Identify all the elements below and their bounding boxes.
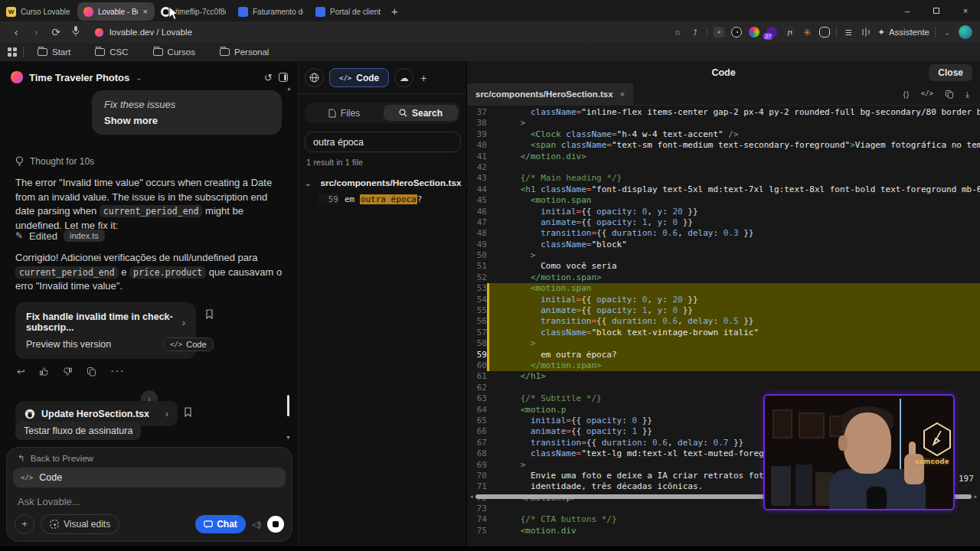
mode-code-row[interactable]: </> Code [13, 468, 286, 487]
retry-icon[interactable]: ↩ [17, 366, 25, 377]
prompt-placeholder[interactable]: Ask Lovable... [7, 487, 292, 507]
browser-tab-2-active[interactable]: Lovable - Build for the w × [77, 2, 155, 21]
inline-code-chip: price.product [129, 266, 206, 279]
reload-button[interactable]: ⟳ [47, 26, 64, 38]
chevron-down-icon[interactable]: ⌄ [941, 26, 953, 38]
code-view-toggle[interactable]: </> Code [329, 68, 389, 87]
scroll-down-arrow[interactable]: ▼ [286, 435, 291, 440]
preview-globe-button[interactable] [305, 68, 324, 87]
bookmark-folder-cursos[interactable]: Cursos [142, 47, 206, 57]
tab-close-icon[interactable]: × [142, 7, 149, 16]
tab-files[interactable]: Files [307, 105, 381, 121]
add-view-button[interactable]: + [420, 72, 426, 84]
bookmark-icon[interactable] [205, 309, 214, 321]
tab-close-icon[interactable]: × [620, 90, 626, 99]
line-number: 54 [467, 295, 487, 305]
preview-panel-icon[interactable] [279, 73, 288, 82]
color-wheel-extension-icon[interactable] [748, 26, 760, 38]
window-controls: – × [893, 0, 980, 21]
source-control-icon[interactable]: ⟨⟩ [903, 90, 910, 99]
browser-tab-5[interactable]: Portal de clientes – Área restr [309, 2, 387, 21]
user-message-bubble: Fix these issues Show more [92, 90, 282, 135]
line-number: 65 [467, 416, 487, 426]
editor-file-tab[interactable]: src/components/HeroSection.tsx × [467, 83, 633, 106]
scroll-up-arrow[interactable]: ▲ [286, 86, 292, 91]
more-options-icon[interactable]: ··· [110, 364, 125, 378]
address-text: lovable.dev / Lovable [109, 28, 192, 37]
user-message-line1: Fix these issues [104, 99, 270, 110]
scroll-left-arrow[interactable]: ◂ [470, 494, 473, 500]
reading-list-icon[interactable]: ☰ [842, 26, 854, 38]
bookmark-folder-csc[interactable]: CSC [84, 47, 139, 57]
visual-edits-button[interactable]: Visual edits [41, 514, 119, 534]
maximize-button[interactable] [922, 0, 951, 21]
mic-icon[interactable] [67, 26, 84, 38]
new-tab-button[interactable]: + [391, 5, 398, 18]
user-message-show-more[interactable]: Show more [104, 115, 270, 126]
back-to-preview-button[interactable]: ↰ Back to Preview [7, 448, 292, 468]
thumbs-up-icon[interactable] [39, 367, 49, 377]
copy-icon[interactable] [87, 367, 96, 377]
search-file-row[interactable]: ⌄ src/components/HeroSection.tsx 1 [305, 178, 460, 188]
close-window-button[interactable]: × [951, 0, 980, 21]
chat-scrollbar-thumb[interactable] [287, 395, 289, 416]
thumbs-down-icon[interactable] [63, 367, 73, 377]
browser-tab-4[interactable]: Faturamento de Área restrita [232, 2, 309, 21]
forward-button[interactable]: › [28, 26, 44, 38]
audio-icon[interactable]: ◁) [252, 520, 261, 530]
back-button[interactable]: ‹ [8, 26, 24, 38]
code-icon: </> [170, 341, 182, 348]
browser-tab-1[interactable]: W Curso Lovable para Iniciantes [0, 2, 77, 21]
chat-mode-button[interactable]: Chat [195, 515, 246, 533]
record-stop-button[interactable] [267, 516, 284, 533]
code-line: 58 > [467, 338, 980, 349]
copy-icon[interactable] [945, 90, 954, 99]
tab-search[interactable]: Search [384, 105, 458, 121]
line-number: 45 [467, 195, 487, 206]
scroll-right-arrow[interactable]: ▸ [974, 494, 977, 500]
bookmark-folder-personal[interactable]: Personal [209, 47, 279, 57]
close-editor-button[interactable]: Close [929, 64, 972, 81]
line-number: 67 [467, 438, 487, 448]
privacy-extension-icon[interactable]: ◔ [730, 26, 743, 38]
project-name[interactable]: Time Traveler Photos [29, 72, 129, 83]
equalizer-icon[interactable] [860, 26, 872, 38]
search-input[interactable] [305, 132, 461, 152]
code-version-chip[interactable]: </> Code [163, 337, 214, 351]
edited-file-chip[interactable]: index.ts [64, 230, 105, 242]
cloud-button[interactable]: ☁ [394, 68, 413, 87]
edited-file-row[interactable]: ✎ Edited index.ts [15, 230, 105, 242]
thought-row[interactable]: Thought for 10s [15, 156, 94, 167]
bookmark-star-icon[interactable]: ☆ [671, 26, 684, 38]
suggestion-chip[interactable]: Testar fluxo de assinatura [15, 422, 141, 440]
bookmark-icon[interactable] [184, 407, 192, 419]
line-number: 37 [467, 107, 487, 118]
ft-extension-icon[interactable]: ƒt [783, 26, 795, 38]
find-extension-icon[interactable]: ⌕ [713, 26, 725, 38]
profile-avatar[interactable] [959, 25, 972, 39]
preview-this-version-link[interactable]: Preview this version [26, 339, 185, 350]
apps-grid-icon[interactable] [8, 47, 17, 57]
minimize-button[interactable]: – [893, 0, 922, 21]
purple-extension-icon[interactable]: 27 [766, 26, 778, 38]
address-bar[interactable]: lovable.dev / Lovable [87, 24, 593, 41]
assistant-button[interactable]: ✦ Assistente [877, 27, 929, 37]
browser-tab-3[interactable]: timeflip-7cc0f8d8/src/compo [155, 2, 232, 21]
line-number: 53 [467, 283, 487, 294]
search-match-row[interactable]: 59 em outra época? [318, 194, 460, 204]
code-icon[interactable]: </> [921, 90, 933, 99]
outline-extension-icon[interactable] [818, 26, 831, 38]
search-result-summary: 1 result in 1 file [306, 158, 459, 167]
download-icon[interactable]: ⤓ [965, 90, 969, 99]
chevron-down-icon[interactable]: ⌄ [136, 73, 142, 82]
share-icon[interactable]: ⤴ [689, 26, 701, 38]
line-number: 55 [467, 305, 487, 316]
back-arrow-icon: ↰ [18, 453, 25, 464]
bookmark-folder-start[interactable]: Start [27, 47, 81, 57]
code-line: 38 > [467, 118, 980, 129]
line-number: 62 [467, 383, 487, 393]
history-icon[interactable]: ↺ [264, 72, 273, 83]
webcam-overlay[interactable]: samcode [763, 394, 955, 510]
attach-plus-button[interactable]: + [15, 514, 34, 534]
starburst-extension-icon[interactable]: ✳ [801, 26, 813, 38]
